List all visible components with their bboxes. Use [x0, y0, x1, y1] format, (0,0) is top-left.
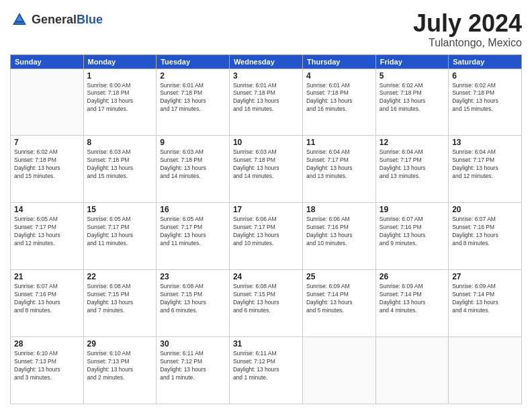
calendar-cell [449, 337, 522, 404]
day-info: Sunrise: 6:09 AM Sunset: 7:14 PM Dayligh… [306, 283, 372, 315]
calendar-cell: 2Sunrise: 6:01 AM Sunset: 7:18 PM Daylig… [157, 68, 230, 136]
day-number: 12 [380, 138, 445, 147]
day-number: 23 [160, 272, 226, 281]
day-number: 28 [14, 339, 80, 349]
day-number: 30 [160, 339, 226, 349]
day-number: 6 [452, 71, 518, 81]
day-info: Sunrise: 6:04 AM Sunset: 7:17 PM Dayligh… [452, 148, 518, 181]
calendar-cell: 24Sunrise: 6:08 AM Sunset: 7:15 PM Dayli… [229, 270, 302, 337]
calendar-cell: 28Sunrise: 6:10 AM Sunset: 7:13 PM Dayli… [11, 337, 84, 404]
day-number: 9 [160, 138, 226, 147]
day-info: Sunrise: 6:05 AM Sunset: 7:17 PM Dayligh… [87, 216, 153, 248]
day-info: Sunrise: 6:07 AM Sunset: 7:16 PM Dayligh… [380, 216, 445, 248]
day-info: Sunrise: 6:04 AM Sunset: 7:17 PM Dayligh… [380, 148, 445, 181]
day-info: Sunrise: 6:05 AM Sunset: 7:17 PM Dayligh… [160, 216, 226, 248]
day-number: 13 [452, 138, 518, 147]
calendar-cell: 20Sunrise: 6:07 AM Sunset: 7:16 PM Dayli… [449, 203, 522, 270]
day-info: Sunrise: 6:03 AM Sunset: 7:18 PM Dayligh… [233, 148, 299, 181]
day-info: Sunrise: 6:01 AM Sunset: 7:18 PM Dayligh… [160, 82, 226, 114]
day-info: Sunrise: 6:11 AM Sunset: 7:12 PM Dayligh… [160, 350, 226, 382]
day-info: Sunrise: 6:02 AM Sunset: 7:18 PM Dayligh… [14, 148, 80, 181]
day-number: 7 [14, 138, 80, 147]
header: GeneralBlue July 2024 Tulantongo, Mexico [10, 10, 522, 49]
col-friday: Friday [375, 54, 448, 68]
page: GeneralBlue July 2024 Tulantongo, Mexico… [0, 0, 532, 411]
calendar-table: Sunday Monday Tuesday Wednesday Thursday… [10, 54, 522, 404]
calendar-cell [11, 68, 84, 136]
day-number: 1 [87, 71, 153, 81]
day-info: Sunrise: 6:02 AM Sunset: 7:18 PM Dayligh… [452, 82, 518, 114]
day-number: 20 [452, 205, 518, 214]
day-info: Sunrise: 6:03 AM Sunset: 7:18 PM Dayligh… [87, 148, 153, 181]
day-number: 27 [452, 272, 518, 281]
day-number: 5 [380, 71, 445, 81]
calendar-cell: 15Sunrise: 6:05 AM Sunset: 7:17 PM Dayli… [83, 203, 157, 270]
day-number: 31 [233, 339, 299, 349]
calendar-cell: 9Sunrise: 6:03 AM Sunset: 7:18 PM Daylig… [157, 136, 230, 203]
calendar-cell: 6Sunrise: 6:02 AM Sunset: 7:18 PM Daylig… [449, 68, 522, 136]
col-monday: Monday [83, 54, 157, 68]
day-number: 22 [87, 272, 153, 281]
day-info: Sunrise: 6:05 AM Sunset: 7:17 PM Dayligh… [14, 216, 80, 248]
logo: GeneralBlue [10, 10, 103, 29]
day-info: Sunrise: 6:02 AM Sunset: 7:18 PM Dayligh… [380, 82, 445, 114]
day-number: 21 [14, 272, 80, 281]
calendar-week-2: 7Sunrise: 6:02 AM Sunset: 7:18 PM Daylig… [11, 136, 522, 203]
day-number: 15 [87, 205, 153, 214]
day-info: Sunrise: 6:08 AM Sunset: 7:15 PM Dayligh… [87, 283, 153, 315]
day-number: 24 [233, 272, 299, 281]
title-block: July 2024 Tulantongo, Mexico [413, 10, 522, 49]
calendar-header-row: Sunday Monday Tuesday Wednesday Thursday… [11, 54, 522, 68]
day-info: Sunrise: 6:10 AM Sunset: 7:13 PM Dayligh… [14, 350, 80, 382]
col-thursday: Thursday [302, 54, 375, 68]
day-info: Sunrise: 6:01 AM Sunset: 7:18 PM Dayligh… [306, 82, 372, 114]
calendar-body: 1Sunrise: 6:00 AM Sunset: 7:18 PM Daylig… [11, 68, 522, 404]
day-info: Sunrise: 6:09 AM Sunset: 7:14 PM Dayligh… [452, 283, 518, 315]
col-sunday: Sunday [11, 54, 84, 68]
calendar-week-3: 14Sunrise: 6:05 AM Sunset: 7:17 PM Dayli… [11, 203, 522, 270]
calendar-cell: 18Sunrise: 6:06 AM Sunset: 7:16 PM Dayli… [302, 203, 375, 270]
calendar-cell: 11Sunrise: 6:04 AM Sunset: 7:17 PM Dayli… [302, 136, 375, 203]
day-number: 10 [233, 138, 299, 147]
calendar-cell: 14Sunrise: 6:05 AM Sunset: 7:17 PM Dayli… [11, 203, 84, 270]
calendar-cell: 27Sunrise: 6:09 AM Sunset: 7:14 PM Dayli… [449, 270, 522, 337]
day-number: 4 [306, 71, 372, 81]
day-number: 3 [233, 71, 299, 81]
calendar-cell: 5Sunrise: 6:02 AM Sunset: 7:18 PM Daylig… [375, 68, 448, 136]
col-saturday: Saturday [449, 54, 522, 68]
day-number: 17 [233, 205, 299, 214]
col-tuesday: Tuesday [157, 54, 230, 68]
calendar-cell: 12Sunrise: 6:04 AM Sunset: 7:17 PM Dayli… [375, 136, 448, 203]
month-title: July 2024 [413, 10, 522, 37]
location-title: Tulantongo, Mexico [413, 37, 522, 49]
calendar-cell: 4Sunrise: 6:01 AM Sunset: 7:18 PM Daylig… [302, 68, 375, 136]
day-number: 2 [160, 71, 226, 81]
calendar-cell: 7Sunrise: 6:02 AM Sunset: 7:18 PM Daylig… [11, 136, 84, 203]
calendar-cell: 1Sunrise: 6:00 AM Sunset: 7:18 PM Daylig… [83, 68, 157, 136]
day-number: 16 [160, 205, 226, 214]
calendar-cell: 31Sunrise: 6:11 AM Sunset: 7:12 PM Dayli… [229, 337, 302, 404]
day-number: 19 [380, 205, 445, 214]
calendar-cell: 26Sunrise: 6:09 AM Sunset: 7:14 PM Dayli… [375, 270, 448, 337]
day-info: Sunrise: 6:03 AM Sunset: 7:18 PM Dayligh… [160, 148, 226, 181]
day-info: Sunrise: 6:06 AM Sunset: 7:17 PM Dayligh… [233, 216, 299, 248]
calendar-cell: 21Sunrise: 6:07 AM Sunset: 7:16 PM Dayli… [11, 270, 84, 337]
col-wednesday: Wednesday [229, 54, 302, 68]
day-number: 8 [87, 138, 153, 147]
day-info: Sunrise: 6:06 AM Sunset: 7:16 PM Dayligh… [306, 216, 372, 248]
day-info: Sunrise: 6:07 AM Sunset: 7:16 PM Dayligh… [14, 283, 80, 315]
calendar-cell: 17Sunrise: 6:06 AM Sunset: 7:17 PM Dayli… [229, 203, 302, 270]
svg-rect-2 [15, 21, 24, 23]
day-info: Sunrise: 6:01 AM Sunset: 7:18 PM Dayligh… [233, 82, 299, 114]
day-info: Sunrise: 6:09 AM Sunset: 7:14 PM Dayligh… [380, 283, 445, 315]
calendar-cell: 16Sunrise: 6:05 AM Sunset: 7:17 PM Dayli… [157, 203, 230, 270]
calendar-cell: 25Sunrise: 6:09 AM Sunset: 7:14 PM Dayli… [302, 270, 375, 337]
logo-icon [10, 10, 29, 29]
calendar-cell: 3Sunrise: 6:01 AM Sunset: 7:18 PM Daylig… [229, 68, 302, 136]
day-info: Sunrise: 6:08 AM Sunset: 7:15 PM Dayligh… [160, 283, 226, 315]
day-number: 25 [306, 272, 372, 281]
day-number: 26 [380, 272, 445, 281]
day-info: Sunrise: 6:07 AM Sunset: 7:16 PM Dayligh… [452, 216, 518, 248]
calendar-week-5: 28Sunrise: 6:10 AM Sunset: 7:13 PM Dayli… [11, 337, 522, 404]
day-info: Sunrise: 6:11 AM Sunset: 7:12 PM Dayligh… [233, 350, 299, 382]
